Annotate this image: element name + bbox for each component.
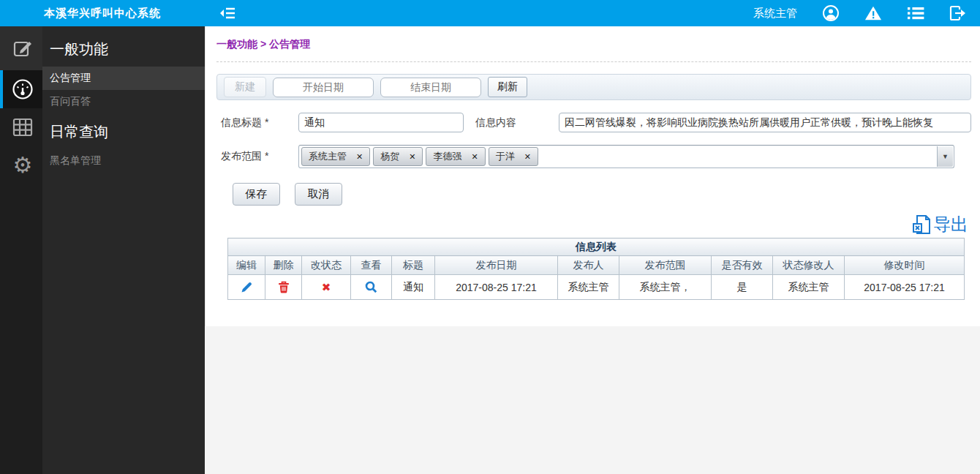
cell-publisher: 系统主管 [558,275,619,300]
main-area: 一般功能 > 公告管理 新建 刷新 信息标题* 信息内容 发布范围* 系统主管 [205,26,980,474]
col-valid: 是否有效 [712,256,773,275]
col-title: 标题 [392,256,435,275]
required-mark: * [265,150,268,162]
task-list-icon[interactable] [907,4,924,22]
col-change-status: 改状态 [302,256,351,275]
logout-icon[interactable] [949,4,967,22]
alert-warning-icon[interactable] [864,4,882,22]
topbar: 本溪华兴呼叫中心系统 系统主管 [0,0,980,26]
table-title: 信息列表 [228,238,965,256]
tag-label: 李德强 [433,150,461,163]
table-header-row: 编辑 删除 改状态 查看 标题 发布日期 发布人 发布范围 是否有效 状态修改人… [228,256,965,275]
export-label: 导出 [933,213,968,236]
required-mark: * [265,116,268,128]
change-status-x-icon[interactable]: ✖ [322,281,331,293]
form-row-title-content: 信息标题* 信息内容 [216,113,971,132]
col-view: 查看 [351,256,392,275]
title-label: 信息标题 [221,116,262,128]
breadcrumb[interactable]: 一般功能 > 公告管理 [216,26,971,51]
scope-multiselect[interactable]: 系统主管 ✕ 杨贺 ✕ 李德强 ✕ 于洋 ✕ ▼ [298,145,954,168]
sidebar: ⚙ 一般功能 公告管理 百问百答 日常查询 黑名单管理 [0,26,205,474]
dashboard-gauge-icon[interactable] [0,70,42,108]
scope-tag: 杨贺 ✕ [373,147,423,166]
remove-tag-icon[interactable]: ✕ [356,152,363,162]
chevron-down-icon[interactable]: ▼ [937,146,953,167]
view-magnifier-icon[interactable] [365,281,377,293]
content-label: 信息内容 [475,116,535,129]
scope-tag: 系统主管 ✕ [301,147,370,166]
info-table: 信息列表 编辑 删除 改状态 查看 标题 发布日期 发布人 发布范围 是否有效 … [227,238,965,300]
sidebar-menu: 一般功能 公告管理 百问百答 日常查询 黑名单管理 [42,26,205,474]
table-row: ✖ 通知 2017-08-25 17:21 系统主管 系统主管， 是 [228,275,965,300]
cell-publish-date: 2017-08-25 17:21 [435,275,558,300]
menu-group-daily-query: 日常查询 [42,113,205,149]
col-modified-time: 修改时间 [845,256,965,275]
divider [216,61,971,62]
user-account-icon[interactable] [822,4,840,22]
menu-group-general: 一般功能 [42,31,205,67]
remove-tag-icon[interactable]: ✕ [471,152,478,162]
scope-tag: 李德强 ✕ [426,147,485,166]
cell-valid: 是 [712,275,773,300]
col-publish-date: 发布日期 [435,256,558,275]
new-button[interactable]: 新建 [224,77,266,97]
col-status-modifier: 状态修改人 [773,256,845,275]
toolbar: 新建 刷新 [216,74,971,100]
content-input[interactable] [559,113,971,132]
col-delete: 删除 [265,256,302,275]
scope-tag: 于洋 ✕ [489,147,538,166]
delete-trash-icon[interactable] [278,281,290,293]
col-scope: 发布范围 [619,256,712,275]
collapse-menu-icon[interactable] [219,7,235,20]
excel-file-icon [911,214,933,236]
save-button[interactable]: 保存 [233,183,280,206]
form-actions: 保存 取消 [216,183,971,206]
tag-label: 杨贺 [380,150,399,163]
refresh-button[interactable]: 刷新 [488,77,527,97]
cell-status-modifier: 系统主管 [773,275,845,300]
export-button[interactable]: 导出 [216,213,968,236]
gear-glyph: ⚙ [13,154,33,176]
settings-gear-icon[interactable]: ⚙ [0,146,42,184]
end-date-input[interactable] [380,78,481,97]
sidebar-icon-rail: ⚙ [0,26,42,474]
cancel-button[interactable]: 取消 [295,183,342,206]
app-title: 本溪华兴呼叫中心系统 [0,7,205,20]
edit-pencil-icon[interactable] [241,281,253,293]
scope-label: 发布范围 [221,150,262,162]
form-row-scope: 发布范围* 系统主管 ✕ 杨贺 ✕ 李德强 ✕ 于洋 [216,145,971,168]
cell-scope: 系统主管， [619,275,712,300]
cell-modified-time: 2017-08-25 17:21 [845,275,965,300]
remove-tag-icon[interactable]: ✕ [524,152,531,162]
current-user-label: 系统主管 [753,7,797,20]
start-date-input[interactable] [273,78,374,97]
remove-tag-icon[interactable]: ✕ [409,152,415,162]
cell-title: 通知 [392,275,435,300]
sidebar-item-announcement-mgmt[interactable]: 公告管理 [42,67,205,90]
col-edit: 编辑 [228,256,265,275]
edit-module-icon[interactable] [0,26,42,70]
content-panel: 一般功能 > 公告管理 新建 刷新 信息标题* 信息内容 发布范围* 系统主管 [205,26,980,326]
title-input[interactable] [298,113,464,132]
col-publisher: 发布人 [558,256,619,275]
sidebar-item-blacklist-mgmt[interactable]: 黑名单管理 [42,149,205,173]
data-grid-icon[interactable] [0,108,42,146]
tag-label: 系统主管 [309,150,347,163]
sidebar-item-faq[interactable]: 百问百答 [42,90,205,113]
tag-label: 于洋 [496,150,515,163]
